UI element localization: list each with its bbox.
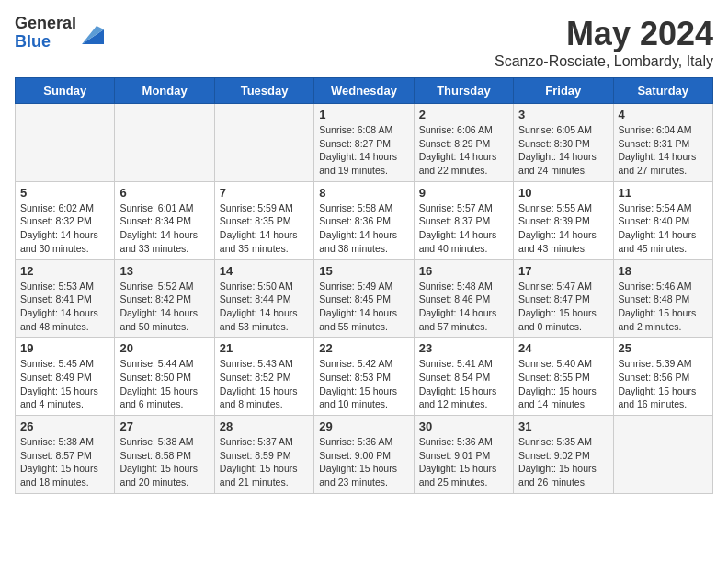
day-number: 10 — [518, 186, 608, 200]
calendar-cell: 22Sunrise: 5:42 AM Sunset: 8:53 PM Dayli… — [314, 338, 414, 416]
day-info: Sunrise: 6:05 AM Sunset: 8:30 PM Dayligh… — [518, 123, 608, 178]
title-section: May 2024 Scanzo-Rosciate, Lombardy, Ital… — [495, 15, 713, 70]
day-info: Sunrise: 5:58 AM Sunset: 8:36 PM Dayligh… — [319, 201, 408, 256]
day-number: 22 — [319, 341, 408, 355]
calendar-cell: 10Sunrise: 5:55 AM Sunset: 8:39 PM Dayli… — [514, 181, 613, 259]
day-number: 15 — [319, 264, 408, 278]
day-header-saturday: Saturday — [613, 78, 712, 104]
day-number: 29 — [319, 419, 408, 433]
calendar-cell: 16Sunrise: 5:48 AM Sunset: 8:46 PM Dayli… — [414, 259, 513, 338]
day-number: 4 — [619, 108, 708, 121]
calendar-cell: 20Sunrise: 5:44 AM Sunset: 8:50 PM Dayli… — [115, 338, 214, 416]
calendar-cell: 3Sunrise: 6:05 AM Sunset: 8:30 PM Daylig… — [514, 104, 613, 182]
calendar-week-5: 26Sunrise: 5:38 AM Sunset: 8:57 PM Dayli… — [16, 416, 713, 494]
day-info: Sunrise: 5:54 AM Sunset: 8:40 PM Dayligh… — [619, 201, 708, 256]
location-title: Scanzo-Rosciate, Lombardy, Italy — [495, 53, 713, 70]
day-number: 12 — [20, 264, 109, 278]
day-info: Sunrise: 5:59 AM Sunset: 8:35 PM Dayligh… — [220, 201, 309, 256]
day-number: 2 — [419, 108, 508, 121]
day-number: 16 — [419, 264, 508, 278]
calendar-cell: 19Sunrise: 5:45 AM Sunset: 8:49 PM Dayli… — [16, 338, 115, 416]
page-header: General Blue May 2024 Scanzo-Rosciate, L… — [15, 15, 713, 70]
day-number: 23 — [419, 341, 508, 355]
day-info: Sunrise: 5:49 AM Sunset: 8:45 PM Dayligh… — [319, 280, 408, 334]
day-info: Sunrise: 5:38 AM Sunset: 8:58 PM Dayligh… — [119, 435, 209, 489]
day-info: Sunrise: 6:04 AM Sunset: 8:31 PM Dayligh… — [619, 123, 708, 178]
logo-general: General — [15, 15, 76, 33]
day-header-friday: Friday — [514, 78, 613, 104]
calendar-cell: 5Sunrise: 6:02 AM Sunset: 8:32 PM Daylig… — [16, 181, 115, 259]
calendar-cell — [613, 416, 712, 494]
day-info: Sunrise: 5:39 AM Sunset: 8:56 PM Dayligh… — [619, 357, 708, 411]
calendar-cell: 30Sunrise: 5:36 AM Sunset: 9:01 PM Dayli… — [414, 416, 513, 494]
day-info: Sunrise: 5:52 AM Sunset: 8:42 PM Dayligh… — [119, 280, 209, 334]
day-info: Sunrise: 6:08 AM Sunset: 8:27 PM Dayligh… — [319, 123, 408, 178]
calendar-cell: 6Sunrise: 6:01 AM Sunset: 8:34 PM Daylig… — [115, 181, 214, 259]
day-number: 6 — [119, 186, 209, 200]
calendar-cell: 8Sunrise: 5:58 AM Sunset: 8:36 PM Daylig… — [314, 181, 414, 259]
day-info: Sunrise: 6:06 AM Sunset: 8:29 PM Dayligh… — [419, 123, 508, 178]
day-info: Sunrise: 5:53 AM Sunset: 8:41 PM Dayligh… — [20, 280, 109, 334]
calendar-cell: 17Sunrise: 5:47 AM Sunset: 8:47 PM Dayli… — [514, 259, 613, 338]
calendar-cell — [214, 104, 313, 182]
day-number: 25 — [619, 341, 708, 355]
calendar-cell: 12Sunrise: 5:53 AM Sunset: 8:41 PM Dayli… — [16, 259, 115, 338]
day-info: Sunrise: 5:48 AM Sunset: 8:46 PM Dayligh… — [419, 280, 508, 334]
day-number: 8 — [319, 186, 408, 200]
day-info: Sunrise: 5:45 AM Sunset: 8:49 PM Dayligh… — [20, 357, 109, 411]
calendar-cell: 15Sunrise: 5:49 AM Sunset: 8:45 PM Dayli… — [314, 259, 414, 338]
day-info: Sunrise: 5:50 AM Sunset: 8:44 PM Dayligh… — [220, 280, 309, 334]
calendar-week-4: 19Sunrise: 5:45 AM Sunset: 8:49 PM Dayli… — [16, 338, 713, 416]
day-number: 21 — [220, 341, 309, 355]
calendar-week-3: 12Sunrise: 5:53 AM Sunset: 8:41 PM Dayli… — [16, 259, 713, 338]
day-number: 3 — [518, 108, 608, 121]
day-number: 11 — [619, 186, 708, 200]
calendar-body: 1Sunrise: 6:08 AM Sunset: 8:27 PM Daylig… — [16, 104, 713, 494]
calendar-cell: 23Sunrise: 5:41 AM Sunset: 8:54 PM Dayli… — [414, 338, 513, 416]
day-info: Sunrise: 5:55 AM Sunset: 8:39 PM Dayligh… — [518, 201, 608, 256]
day-number: 7 — [220, 186, 309, 200]
day-number: 9 — [419, 186, 508, 200]
day-header-sunday: Sunday — [16, 78, 115, 104]
calendar-cell: 28Sunrise: 5:37 AM Sunset: 8:59 PM Dayli… — [214, 416, 313, 494]
calendar-cell: 27Sunrise: 5:38 AM Sunset: 8:58 PM Dayli… — [115, 416, 214, 494]
day-header-monday: Monday — [115, 78, 214, 104]
calendar-table: SundayMondayTuesdayWednesdayThursdayFrid… — [15, 77, 713, 494]
day-header-wednesday: Wednesday — [314, 78, 414, 104]
calendar-cell: 9Sunrise: 5:57 AM Sunset: 8:37 PM Daylig… — [414, 181, 513, 259]
day-header-thursday: Thursday — [414, 78, 513, 104]
day-info: Sunrise: 5:43 AM Sunset: 8:52 PM Dayligh… — [220, 357, 309, 411]
day-info: Sunrise: 5:42 AM Sunset: 8:53 PM Dayligh… — [319, 357, 408, 411]
logo-icon — [78, 22, 104, 48]
calendar-cell: 14Sunrise: 5:50 AM Sunset: 8:44 PM Dayli… — [214, 259, 313, 338]
day-number: 1 — [319, 108, 408, 121]
calendar-cell: 26Sunrise: 5:38 AM Sunset: 8:57 PM Dayli… — [16, 416, 115, 494]
day-number: 27 — [119, 419, 209, 433]
day-number: 13 — [119, 264, 209, 278]
day-info: Sunrise: 5:36 AM Sunset: 9:01 PM Dayligh… — [419, 435, 508, 489]
calendar-header-row: SundayMondayTuesdayWednesdayThursdayFrid… — [16, 78, 713, 104]
day-info: Sunrise: 5:46 AM Sunset: 8:48 PM Dayligh… — [619, 280, 708, 334]
calendar-cell: 13Sunrise: 5:52 AM Sunset: 8:42 PM Dayli… — [115, 259, 214, 338]
calendar-cell: 11Sunrise: 5:54 AM Sunset: 8:40 PM Dayli… — [613, 181, 712, 259]
month-title: May 2024 — [495, 15, 713, 53]
day-number: 17 — [518, 264, 608, 278]
day-number: 5 — [20, 186, 109, 200]
calendar-cell: 24Sunrise: 5:40 AM Sunset: 8:55 PM Dayli… — [514, 338, 613, 416]
day-number: 19 — [20, 341, 109, 355]
day-info: Sunrise: 5:47 AM Sunset: 8:47 PM Dayligh… — [518, 280, 608, 334]
calendar-cell: 29Sunrise: 5:36 AM Sunset: 9:00 PM Dayli… — [314, 416, 414, 494]
day-info: Sunrise: 6:01 AM Sunset: 8:34 PM Dayligh… — [119, 201, 209, 256]
day-number: 28 — [220, 419, 309, 433]
calendar-cell — [115, 104, 214, 182]
calendar-cell: 7Sunrise: 5:59 AM Sunset: 8:35 PM Daylig… — [214, 181, 313, 259]
day-info: Sunrise: 5:40 AM Sunset: 8:55 PM Dayligh… — [518, 357, 608, 411]
day-info: Sunrise: 5:37 AM Sunset: 8:59 PM Dayligh… — [220, 435, 309, 489]
day-info: Sunrise: 5:36 AM Sunset: 9:00 PM Dayligh… — [319, 435, 408, 489]
calendar-cell: 2Sunrise: 6:06 AM Sunset: 8:29 PM Daylig… — [414, 104, 513, 182]
calendar-cell: 25Sunrise: 5:39 AM Sunset: 8:56 PM Dayli… — [613, 338, 712, 416]
day-info: Sunrise: 5:57 AM Sunset: 8:37 PM Dayligh… — [419, 201, 508, 256]
day-header-tuesday: Tuesday — [214, 78, 313, 104]
calendar-cell: 21Sunrise: 5:43 AM Sunset: 8:52 PM Dayli… — [214, 338, 313, 416]
logo-blue: Blue — [15, 33, 76, 52]
